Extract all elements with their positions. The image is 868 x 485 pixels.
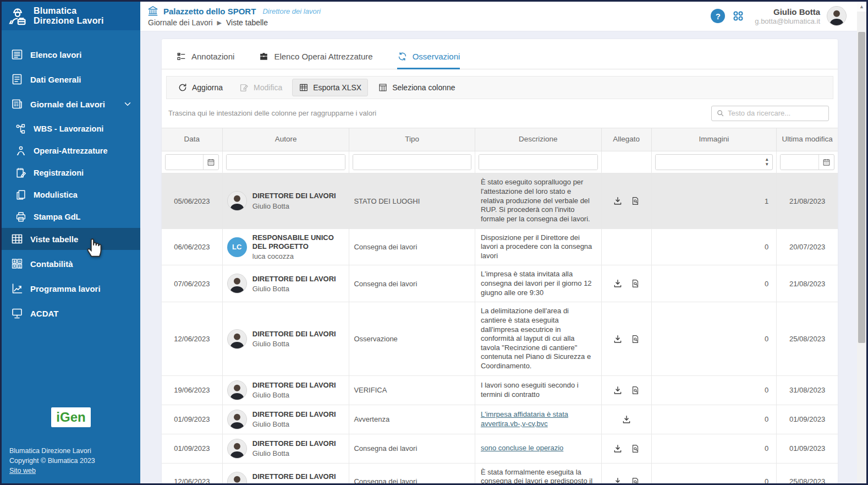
preview-document-icon[interactable] <box>630 196 640 206</box>
filter-ultima-modifica-input[interactable] <box>781 155 818 170</box>
column-header-ultima-modifica[interactable]: Ultima modifica <box>777 128 838 151</box>
spinner-up-down-icon[interactable]: ▲▼ <box>762 157 772 167</box>
filter-immagini-input[interactable] <box>656 155 763 170</box>
sidebar-item-elenco-lavori[interactable]: Elenco lavori <box>2 43 140 66</box>
sidebar-item-stampa-gdl[interactable]: Stampa GdL <box>2 206 140 228</box>
download-attachment-icon[interactable] <box>613 477 623 483</box>
preview-document-icon[interactable] <box>630 477 640 483</box>
download-attachment-icon[interactable] <box>613 385 623 395</box>
table-row[interactable]: 19/06/2023 DIRETTORE DEI LAVORI Giulio B… <box>162 375 838 405</box>
search-icon <box>716 109 724 117</box>
sidebar-item-dati-generali[interactable]: Dati Generali <box>2 68 140 90</box>
filter-ultima-modifica <box>780 154 834 170</box>
table-row[interactable]: 12/06/2023 DIRETTORE DEI LAVORI Giulio B… <box>162 302 838 375</box>
scrollbar-up-icon[interactable]: ▲ <box>857 2 866 12</box>
apps-grid-icon[interactable] <box>732 9 745 23</box>
preview-document-icon[interactable] <box>630 334 640 344</box>
worker-icon <box>15 145 27 157</box>
sidebar-item-label: ACDAT <box>30 309 58 318</box>
column-header-descrizione[interactable]: Descrizione <box>475 128 601 151</box>
cell-autore: DIRETTORE DEI LAVORI Giulio Botta <box>222 302 349 375</box>
table-row[interactable]: 06/06/2023 LC RESPONSABILE UNICO DEL PRO… <box>162 228 838 265</box>
table-row[interactable]: 01/09/2023 DIRETTORE DEI LAVORI Giulio B… <box>162 405 838 434</box>
filter-autore-input[interactable] <box>227 155 345 170</box>
cell-immagini: 0 <box>651 265 777 302</box>
sidebar-item-contabilita[interactable]: Contabilità <box>2 253 140 275</box>
sidebar-item-programma-lavori[interactable]: Programma lavori <box>2 277 140 299</box>
table-row[interactable]: 12/06/2023 DIRETTORE DEI LAVORI Giulio B… <box>162 463 838 483</box>
preview-document-icon[interactable] <box>630 444 640 454</box>
column-header-immagini[interactable]: Immagini <box>651 128 777 151</box>
preview-document-icon[interactable] <box>630 385 640 395</box>
table-row[interactable]: 07/06/2023 DIRETTORE DEI LAVORI Giulio B… <box>162 265 838 302</box>
cell-allegato <box>601 405 651 434</box>
cell-autore: DIRETTORE DEI LAVORI Giulio Botta <box>222 405 349 434</box>
description-link[interactable]: sono concluse le operazio <box>481 444 563 452</box>
help-button[interactable]: ? <box>711 9 725 23</box>
preview-document-icon[interactable] <box>630 279 640 288</box>
description-link[interactable]: L'imrpesa affidataria è stata avvertira.… <box>481 410 568 428</box>
tab-bar: Annotazioni Elenco Operai Attrezzature O… <box>162 39 838 69</box>
filter-tipo-input[interactable] <box>353 155 471 170</box>
cell-data: 06/06/2023 <box>162 228 222 265</box>
author-name: luca cocozza <box>252 252 345 260</box>
esporta-xlsx-button[interactable]: Esporta XLSX <box>292 79 368 96</box>
author-avatar-initials: LC <box>227 237 247 257</box>
scrollbar-thumb[interactable] <box>858 32 865 343</box>
cell-immagini: 0 <box>651 375 777 405</box>
sidebar-item-giornale-dei-lavori[interactable]: Giornale dei Lavori <box>2 93 140 115</box>
download-attachment-icon[interactable] <box>613 279 623 288</box>
aggiorna-button[interactable]: Aggiorna <box>171 79 229 96</box>
cell-autore: LC RESPONSABILE UNICO DEL PROGETTO luca … <box>222 228 349 265</box>
download-attachment-icon[interactable] <box>613 196 623 206</box>
tab-annotazioni[interactable]: Annotazioni <box>176 51 234 69</box>
calendar-icon[interactable] <box>818 155 834 170</box>
cell-descrizione: La delimitazione dell'area di cantiere è… <box>475 302 601 375</box>
calendar-icon[interactable] <box>203 155 218 170</box>
sidebar-item-modulistica[interactable]: Modulistica <box>2 184 140 206</box>
breadcrumb-parent[interactable]: Giornale dei Lavori <box>148 18 213 27</box>
column-header-autore[interactable]: Autore <box>222 128 349 151</box>
column-header-tipo[interactable]: Tipo <box>349 128 475 151</box>
tab-osservazioni[interactable]: Osservazioni <box>397 51 460 69</box>
author-avatar <box>227 439 247 459</box>
download-attachment-icon[interactable] <box>613 334 623 344</box>
footer-website-link[interactable]: Sito web <box>2 466 140 476</box>
download-attachment-icon[interactable] <box>622 415 631 424</box>
table-row[interactable]: 05/06/2023 DIRETTORE DEI LAVORI Giulio B… <box>162 173 838 228</box>
vertical-scrollbar[interactable]: ▲ <box>857 2 866 483</box>
observations-table: Data Autore Tipo Descrizione Allegato Im… <box>162 128 838 483</box>
user-avatar[interactable] <box>827 6 847 26</box>
filter-descrizione-input[interactable] <box>479 155 597 170</box>
sidebar-item-viste-tabelle[interactable]: Viste tabelle <box>2 228 140 250</box>
author-avatar <box>227 329 247 349</box>
author-role: DIRETTORE DEI LAVORI <box>252 439 336 448</box>
sidebar-item-wbs-lavorazioni[interactable]: WBS - Lavorazioni <box>2 118 140 140</box>
cell-data: 12/06/2023 <box>162 463 222 483</box>
author-avatar <box>227 472 247 483</box>
author-avatar <box>227 380 247 400</box>
clipboard-edit-icon <box>15 167 27 179</box>
user-name: Giulio Botta <box>755 7 820 17</box>
sidebar-item-label: Giornale dei Lavori <box>30 100 105 109</box>
tab-elenco-operai-attrezzature[interactable]: Elenco Operai Attrezzature <box>259 51 372 69</box>
cell-tipo: Consegna dei lavori <box>349 228 475 265</box>
author-avatar <box>227 274 247 293</box>
chevron-down-icon[interactable] <box>123 99 133 109</box>
table-row[interactable]: 01/09/2023 DIRETTORE DEI LAVORI Giulio B… <box>162 434 838 463</box>
sidebar-item-operai-attrezzature[interactable]: Operai-Attrezzature <box>2 140 140 162</box>
column-header-allegato[interactable]: Allegato <box>601 128 651 151</box>
tab-label: Osservazioni <box>413 52 460 61</box>
grouping-bar: Trascina qui le intestazioni delle colon… <box>162 99 838 128</box>
sidebar-item-registrazioni[interactable]: Registrazioni <box>2 162 140 184</box>
cell-allegato <box>601 302 651 375</box>
search-input[interactable] <box>728 109 824 117</box>
cell-autore: DIRETTORE DEI LAVORI Giulio Botta <box>222 173 349 228</box>
seleziona-colonne-button[interactable]: Seleziona colonne <box>371 79 462 96</box>
project-title[interactable]: Palazzetto dello SPORT <box>163 7 256 16</box>
grouping-hint-text: Trascina qui le intestazioni delle colon… <box>168 109 376 117</box>
download-attachment-icon[interactable] <box>613 444 623 454</box>
sidebar-item-acdat[interactable]: ACDAT <box>2 302 140 324</box>
column-header-data[interactable]: Data <box>162 128 222 151</box>
filter-data-input[interactable] <box>166 155 203 170</box>
